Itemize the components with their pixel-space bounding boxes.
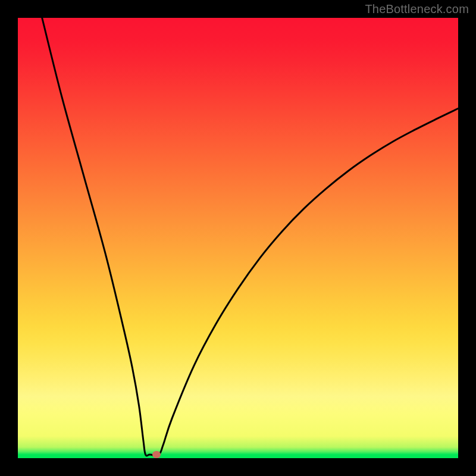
attribution-text: TheBottleneck.com (365, 2, 469, 16)
optimal-point-marker (152, 451, 161, 458)
gradient-plot-area (18, 18, 458, 458)
bottleneck-curve (18, 18, 458, 458)
chart-frame: TheBottleneck.com (0, 0, 476, 476)
